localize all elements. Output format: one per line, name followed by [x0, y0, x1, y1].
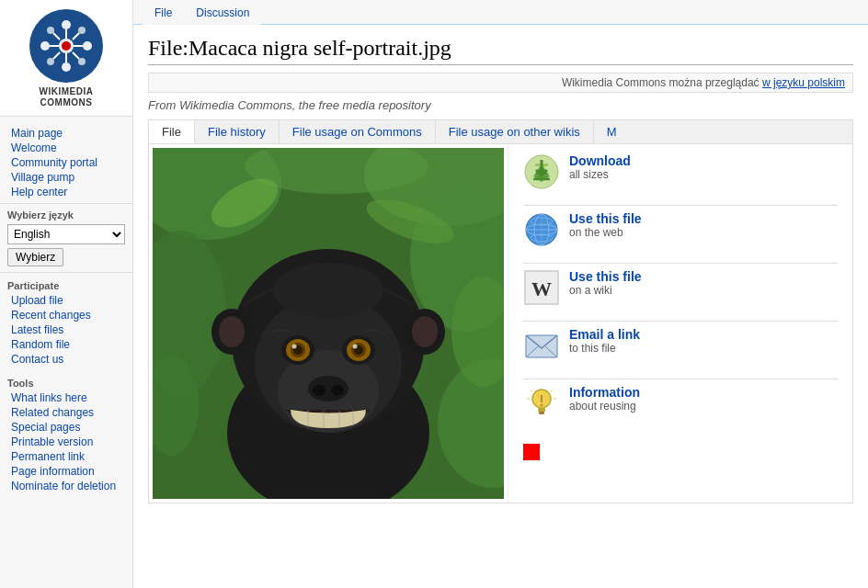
email-subtitle: to this file	[569, 342, 640, 355]
use-wiki-action[interactable]: W Use this file on a wiki	[523, 269, 838, 306]
download-action[interactable]: Download all sizes	[523, 153, 838, 190]
sidebar-item-welcome[interactable]: Welcome	[0, 141, 132, 155]
svg-point-7	[47, 58, 54, 65]
use-wiki-text: Use this file on a wiki	[569, 269, 642, 297]
sidebar-item-related-changes[interactable]: Related changes	[0, 405, 132, 420]
sidebar: WIKIMEDIA COMMONS Main page Welcome Comm…	[0, 0, 133, 588]
language-select-wrap: English Polski Deutsch Français	[7, 224, 125, 244]
logo-area: WIKIMEDIA COMMONS	[0, 0, 132, 117]
sidebar-item-printable-version[interactable]: Printable version	[0, 435, 132, 449]
svg-rect-79	[539, 412, 544, 414]
tab-file[interactable]: File	[143, 0, 184, 25]
info-text: Information about reusing	[569, 385, 640, 413]
download-title[interactable]: Download	[569, 153, 631, 168]
download-subtitle: all sizes	[569, 168, 631, 181]
page-title: File:Macaca nigra self-portrait.jpg	[148, 36, 853, 65]
tools-section: Tools What links here Related changes Sp…	[0, 370, 132, 497]
use-web-title[interactable]: Use this file	[569, 211, 642, 226]
svg-point-37	[219, 316, 245, 347]
sidebar-item-main-page[interactable]: Main page	[0, 126, 132, 141]
info-action[interactable]: Information about reusing	[523, 385, 838, 422]
polish-link[interactable]: w języku polskim	[762, 76, 845, 89]
file-tab-more[interactable]: M	[594, 120, 630, 143]
sidebar-item-special-pages[interactable]: Special pages	[0, 420, 132, 435]
use-web-subtitle: on the web	[569, 226, 642, 239]
sidebar-item-village-pump[interactable]: Village pump	[0, 170, 132, 185]
error-flag-area	[523, 436, 838, 463]
use-web-action[interactable]: Use this file on the web	[523, 211, 838, 248]
file-image-area	[149, 144, 508, 503]
download-text: Download all sizes	[569, 153, 631, 181]
sidebar-item-what-links-here[interactable]: What links here	[0, 390, 132, 405]
nav-section: Main page Welcome Community portal Villa…	[0, 122, 132, 203]
svg-point-3	[40, 41, 50, 51]
svg-line-82	[531, 390, 532, 391]
error-flag-icon[interactable]	[523, 444, 540, 460]
content-area: File:Macaca nigra self-portrait.jpg Wiki…	[133, 25, 868, 588]
sidebar-item-nominate-for-deletion[interactable]: Nominate for deletion	[0, 479, 132, 493]
sidebar-item-upload-file[interactable]: Upload file	[0, 293, 132, 308]
language-label: Wybierz język	[7, 209, 125, 220]
globe-icon	[523, 211, 560, 248]
svg-text:W: W	[531, 277, 552, 300]
svg-point-6	[78, 27, 86, 34]
tools-title: Tools	[0, 374, 132, 390]
wybierz-button[interactable]: Wybierz	[7, 248, 63, 266]
main-content: File Discussion File:Macaca nigra self-p…	[133, 0, 868, 588]
svg-point-1	[62, 20, 71, 29]
participate-title: Participate	[0, 277, 132, 293]
email-action[interactable]: Email a link to this file	[523, 327, 838, 364]
svg-point-4	[83, 41, 92, 51]
logo-text: WIKIMEDIA COMMONS	[40, 86, 94, 108]
language-select[interactable]: English Polski Deutsch Français	[7, 224, 125, 244]
polish-notice: Wikimedia Commons można przeglądać w jęz…	[148, 73, 853, 93]
info-subtitle: about reusing	[569, 400, 640, 413]
svg-rect-78	[538, 408, 545, 412]
svg-point-8	[78, 58, 86, 65]
participate-section: Participate Upload file Recent changes L…	[0, 273, 132, 370]
svg-point-50	[313, 385, 326, 396]
svg-point-81	[541, 404, 543, 407]
svg-point-10	[62, 41, 71, 51]
svg-point-43	[292, 345, 297, 349]
sidebar-item-contact-us[interactable]: Contact us	[0, 352, 132, 367]
sidebar-item-random-file[interactable]: Random file	[0, 337, 132, 352]
tab-discussion[interactable]: Discussion	[184, 0, 261, 25]
file-tab-history[interactable]: File history	[195, 120, 280, 143]
divider-1	[523, 205, 838, 206]
sidebar-item-permanent-link[interactable]: Permanent link	[0, 449, 132, 464]
use-wiki-subtitle: on a wiki	[569, 284, 642, 297]
file-tab-usage-commons[interactable]: File usage on Commons	[280, 120, 436, 143]
file-content: Download all sizes	[148, 144, 853, 503]
email-text: Email a link to this file	[569, 327, 640, 355]
svg-point-51	[331, 385, 344, 396]
divider-3	[523, 321, 838, 322]
use-web-text: Use this file on the web	[569, 211, 642, 239]
top-tabs: File Discussion	[133, 0, 868, 25]
wikipedia-icon: W	[523, 269, 560, 306]
file-tabs: File File history File usage on Commons …	[148, 119, 853, 144]
sidebar-item-page-information[interactable]: Page information	[0, 464, 132, 479]
info-title[interactable]: Information	[569, 385, 640, 400]
sidebar-item-community-portal[interactable]: Community portal	[0, 155, 132, 170]
sidebar-item-recent-changes[interactable]: Recent changes	[0, 308, 132, 322]
email-title[interactable]: Email a link	[569, 327, 640, 342]
language-section: Wybierz język English Polski Deutsch Fra…	[0, 203, 132, 273]
file-tab-file[interactable]: File	[149, 120, 195, 143]
svg-point-38	[412, 316, 438, 347]
divider-4	[523, 379, 838, 379]
svg-point-48	[353, 345, 358, 349]
info-icon	[523, 385, 560, 422]
from-commons: From Wikimedia Commons, the free media r…	[148, 98, 853, 112]
svg-point-56	[273, 263, 383, 318]
file-tab-usage-other[interactable]: File usage on other wikis	[436, 120, 594, 143]
download-icon	[523, 153, 560, 190]
sidebar-item-help-center[interactable]: Help center	[0, 185, 132, 199]
svg-line-83	[551, 390, 553, 391]
wikimedia-logo	[29, 9, 103, 83]
svg-point-2	[62, 62, 71, 72]
email-icon	[523, 327, 560, 364]
use-wiki-title[interactable]: Use this file	[569, 269, 642, 284]
divider-2	[523, 263, 838, 264]
sidebar-item-latest-files[interactable]: Latest files	[0, 322, 132, 337]
